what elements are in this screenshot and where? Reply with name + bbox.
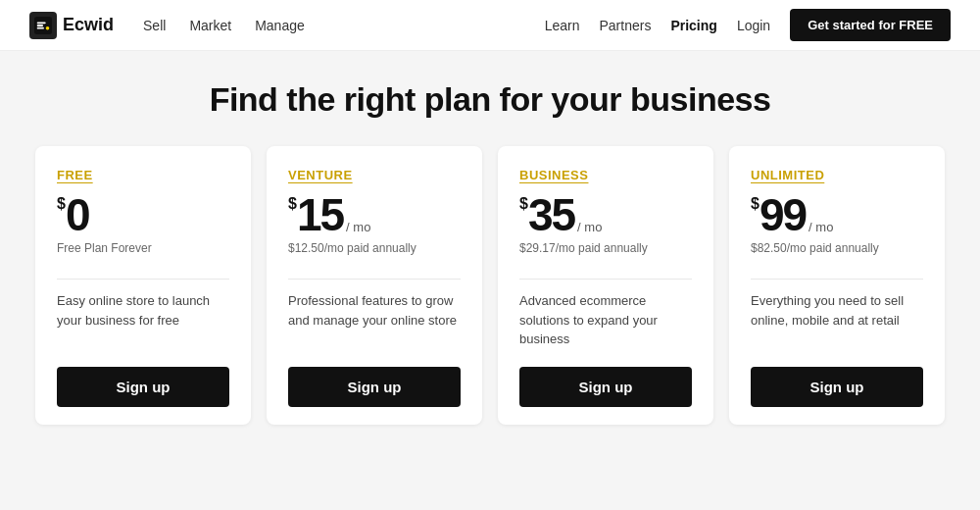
price-row-venture: $ 15 / mo	[288, 192, 461, 237]
signup-button-unlimited[interactable]: Sign up	[751, 367, 923, 407]
plan-name-venture: VENTURE	[288, 168, 461, 182]
nav-pricing[interactable]: Pricing	[670, 18, 716, 33]
page-heading: Find the right plan for your business	[29, 80, 951, 119]
nav-manage[interactable]: Manage	[255, 18, 305, 33]
logo-link[interactable]: Ecwid	[29, 12, 114, 39]
nav-sell[interactable]: Sell	[143, 18, 166, 33]
plan-desc-free: Easy online store to launch your busines…	[57, 291, 229, 349]
signup-button-free[interactable]: Sign up	[57, 367, 229, 407]
plan-desc-venture: Professional features to grow and manage…	[288, 291, 461, 349]
price-row-business: $ 35 / mo	[519, 192, 692, 237]
logo-icon	[29, 12, 57, 39]
plan-card-business: BUSINESS $ 35 / mo $29.17/mo paid annual…	[498, 146, 713, 425]
plan-name-unlimited: UNLIMITED	[751, 168, 923, 182]
price-dollar-free: $	[57, 196, 66, 212]
get-started-button[interactable]: Get started for FREE	[790, 9, 951, 41]
nav-right-links: Learn Partners Pricing Login Get started…	[545, 9, 951, 41]
divider-venture	[288, 279, 461, 280]
price-annual-business: $29.17/mo paid annually	[519, 241, 692, 255]
price-amount-unlimited: 99	[760, 192, 806, 237]
divider-free	[57, 279, 229, 280]
divider-unlimited	[751, 279, 923, 280]
main-content: Find the right plan for your business FR…	[0, 51, 980, 510]
price-row-free: $ 0	[57, 192, 229, 237]
plan-name-business: BUSINESS	[519, 168, 692, 182]
price-annual-unlimited: $82.50/mo paid annually	[751, 241, 923, 255]
price-annual-free: Free Plan Forever	[57, 241, 229, 255]
signup-button-business[interactable]: Sign up	[519, 367, 692, 407]
price-period-venture: / mo	[346, 220, 370, 234]
svg-point-1	[46, 26, 50, 29]
plan-desc-business: Advanced ecommerce solutions to expand y…	[519, 291, 692, 349]
price-annual-venture: $12.50/mo paid annually	[288, 241, 461, 255]
plan-desc-unlimited: Everything you need to sell online, mobi…	[751, 291, 923, 349]
plan-name-free: FREE	[57, 168, 229, 182]
nav-login[interactable]: Login	[737, 18, 770, 33]
price-row-unlimited: $ 99 / mo	[751, 192, 923, 237]
price-amount-venture: 15	[297, 192, 343, 237]
nav-market[interactable]: Market	[189, 18, 231, 33]
logo-text: Ecwid	[63, 15, 114, 35]
signup-button-venture[interactable]: Sign up	[288, 367, 461, 407]
price-period-unlimited: / mo	[808, 220, 833, 234]
price-dollar-venture: $	[288, 196, 297, 212]
navbar: Ecwid Sell Market Manage Learn Partners …	[0, 0, 980, 51]
price-dollar-business: $	[519, 196, 528, 212]
nav-partners[interactable]: Partners	[599, 18, 651, 33]
plan-card-venture: VENTURE $ 15 / mo $12.50/mo paid annuall…	[267, 146, 482, 425]
plan-card-unlimited: UNLIMITED $ 99 / mo $82.50/mo paid annua…	[729, 146, 945, 425]
plan-card-free: FREE $ 0 Free Plan Forever Easy online s…	[35, 146, 251, 425]
price-amount-business: 35	[528, 192, 574, 237]
price-period-business: / mo	[577, 220, 602, 234]
pricing-cards: FREE $ 0 Free Plan Forever Easy online s…	[29, 146, 951, 425]
price-amount-free: 0	[66, 192, 89, 237]
price-dollar-unlimited: $	[751, 196, 760, 212]
nav-learn[interactable]: Learn	[545, 18, 580, 33]
divider-business	[519, 279, 692, 280]
nav-left-links: Sell Market Manage	[143, 18, 545, 33]
